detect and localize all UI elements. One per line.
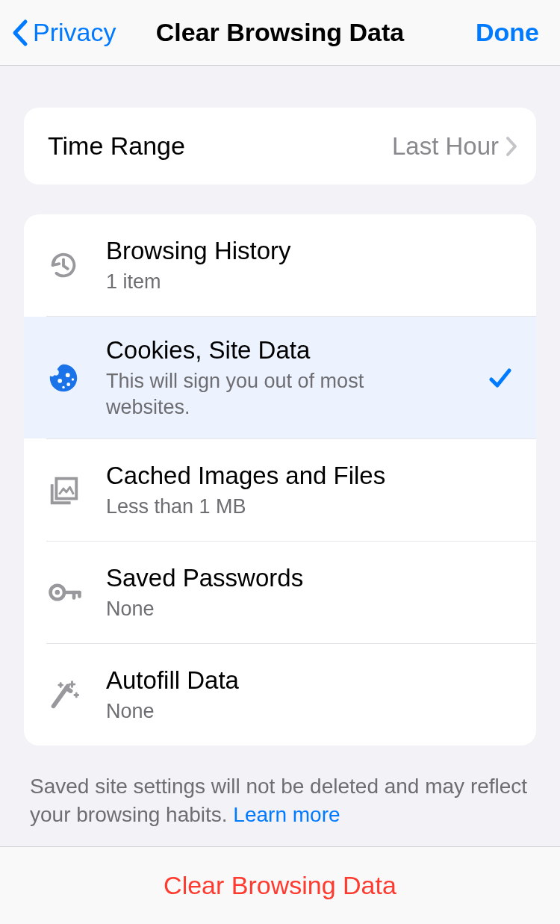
cached-images-icon [46, 473, 91, 507]
svg-rect-5 [56, 479, 76, 499]
row-title: Autofill Data [106, 665, 514, 697]
cookie-icon [46, 361, 91, 395]
footer-note: Saved site settings will not be deleted … [0, 745, 560, 829]
row-sub: None [106, 698, 420, 725]
cached-row[interactable]: Cached Images and Files Less than 1 MB [24, 439, 536, 541]
svg-point-0 [57, 378, 62, 382]
row-sub: Less than 1 MB [106, 494, 420, 520]
svg-point-2 [66, 382, 70, 386]
row-title: Browsing History [106, 235, 514, 267]
checkmark-icon [487, 365, 514, 391]
done-button[interactable]: Done [476, 18, 539, 47]
passwords-row[interactable]: Saved Passwords None [24, 542, 536, 643]
browsing-history-row[interactable]: Browsing History 1 item [24, 214, 536, 316]
learn-more-link[interactable]: Learn more [233, 803, 340, 826]
svg-point-1 [66, 373, 70, 377]
clear-browsing-data-button[interactable]: Clear Browsing Data [164, 871, 396, 900]
bottom-toolbar: Clear Browsing Data [0, 846, 560, 924]
key-icon [46, 575, 91, 610]
page-title: Clear Browsing Data [156, 18, 405, 47]
autofill-row[interactable]: Autofill Data None [24, 644, 536, 745]
svg-point-3 [62, 385, 64, 388]
svg-point-4 [72, 378, 74, 380]
time-range-row[interactable]: Time Range Last Hour [24, 108, 536, 185]
time-range-label: Time Range [48, 131, 392, 161]
chevron-right-icon [505, 135, 518, 158]
row-sub: None [106, 596, 420, 622]
time-range-value: Last Hour [392, 132, 499, 161]
row-title: Saved Passwords [106, 562, 514, 595]
chevron-left-icon [10, 19, 28, 47]
row-sub: This will sign you out of most websites. [106, 368, 420, 421]
navbar: Privacy Clear Browsing Data Done [0, 0, 560, 66]
data-types-card: Browsing History 1 item Cookies, Site Da… [24, 214, 536, 745]
back-button[interactable]: Privacy [10, 18, 116, 47]
row-title: Cached Images and Files [106, 460, 514, 492]
wand-icon [46, 678, 91, 712]
content: Time Range Last Hour Browsing History 1 … [0, 108, 560, 829]
svg-point-7 [55, 590, 60, 595]
time-range-card: Time Range Last Hour [24, 108, 536, 185]
row-title: Cookies, Site Data [106, 335, 487, 367]
cookies-row[interactable]: Cookies, Site Data This will sign you ou… [24, 317, 536, 438]
history-icon [46, 248, 91, 282]
row-sub: 1 item [106, 269, 420, 295]
back-label: Privacy [33, 18, 116, 47]
